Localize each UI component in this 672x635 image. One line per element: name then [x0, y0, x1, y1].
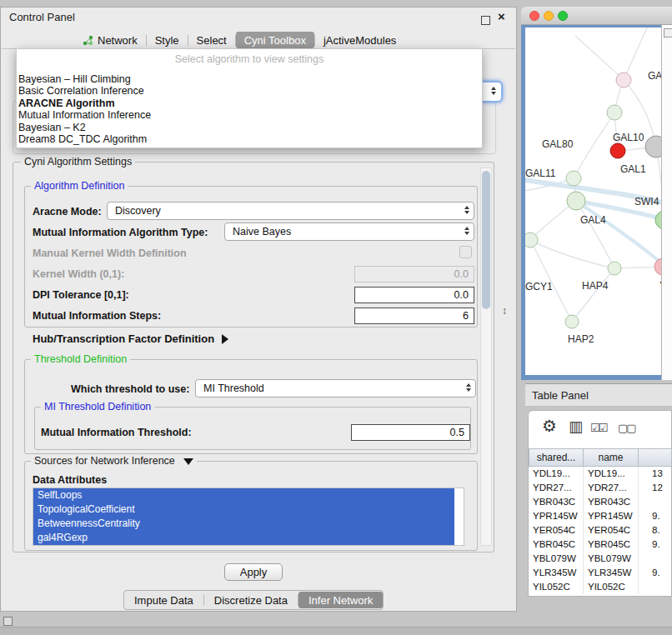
- column-header-name[interactable]: name: [584, 448, 639, 467]
- table-row[interactable]: YBR043C YBR043C: [529, 495, 672, 509]
- combo-arrows-icon: [464, 227, 469, 235]
- show-columns-icon[interactable]: ☑☑: [590, 422, 606, 434]
- cell: 9.: [639, 566, 672, 580]
- column-header-shared-name[interactable]: shared...: [529, 448, 584, 467]
- cell: YDL19...: [584, 467, 639, 481]
- table-row[interactable]: YIL052C YIL052C: [529, 580, 672, 594]
- tab-cyni-toolbox[interactable]: Cyni Toolbox: [236, 32, 314, 48]
- panel-splitter-icon[interactable]: ↕: [502, 305, 507, 317]
- cell: 8.: [639, 523, 672, 538]
- apply-button[interactable]: Apply: [224, 563, 283, 581]
- tab-jactivemodules[interactable]: jActiveModules: [315, 32, 404, 48]
- tab-style[interactable]: Style: [147, 32, 188, 48]
- algorithm-definition-title: Algorithm Definition: [31, 180, 128, 192]
- tab-network[interactable]: Network: [74, 32, 146, 48]
- network-node[interactable]: [608, 262, 621, 275]
- close-panel-icon[interactable]: ×: [498, 11, 505, 22]
- tab-select[interactable]: Select: [188, 32, 235, 48]
- cell: YDR27...: [584, 481, 639, 495]
- tab-label: Cyni Toolbox: [244, 34, 306, 47]
- network-window-titlebar[interactable]: [521, 7, 672, 25]
- table-row[interactable]: YLR345W YLR345W 9.: [529, 566, 672, 580]
- table-row[interactable]: YDL19... YDL19... 13: [529, 467, 672, 481]
- hide-columns-icon[interactable]: ▢▢: [618, 422, 635, 434]
- collapsed-panel-icon[interactable]: [3, 617, 13, 626]
- dpi-tolerance-field[interactable]: 0.0: [354, 287, 474, 303]
- hub-section-toggle[interactable]: Hub/Transcription Factor Definition: [33, 332, 228, 345]
- algorithm-option-selected[interactable]: ARACNE Algorithm: [17, 98, 482, 109]
- algorithm-option[interactable]: Dream8 DC_TDC Algorithm: [17, 133, 482, 145]
- cell: YLR345W: [584, 566, 639, 580]
- manual-kernel-checkbox[interactable]: [459, 246, 472, 258]
- aracne-mode-select[interactable]: Discovery: [107, 202, 474, 220]
- kernel-width-field[interactable]: 0.0: [354, 266, 474, 282]
- traffic-light-zoom[interactable]: [558, 11, 568, 21]
- tab-label: jActiveModules: [323, 34, 396, 47]
- table-row[interactable]: YER054C YER054C 8.: [529, 523, 672, 538]
- sources-section-toggle[interactable]: Sources for Network Inference: [31, 455, 197, 467]
- control-panel-tabs: Network Style Select Cyni Toolbox jActiv…: [74, 31, 404, 49]
- network-corner-button[interactable]: [664, 28, 672, 38]
- app-bottom-edge: [0, 627, 672, 635]
- network-node[interactable]: [567, 192, 585, 210]
- cell: 12: [639, 481, 672, 495]
- cell: YBL079W: [529, 552, 584, 566]
- attribute-item-selected[interactable]: SelfLoops: [33, 488, 454, 502]
- algorithm-option[interactable]: Bayesian – K2: [17, 122, 482, 133]
- mi-algorithm-type-value: Naive Bayes: [233, 226, 291, 238]
- network-scrollbar-strip[interactable]: [661, 25, 672, 380]
- node-label: GAL1: [620, 163, 646, 175]
- network-node[interactable]: [566, 171, 581, 186]
- algorithm-option[interactable]: Basic Correlation Inference: [17, 85, 482, 97]
- cell: YBR043C: [584, 495, 639, 509]
- cell: YBR045C: [529, 538, 584, 552]
- network-view-window: GAL GAL80 GAL10 GAL11 GAL1 SWI4 GAL4 GCY…: [521, 7, 672, 380]
- node-label: GAL80: [542, 138, 574, 150]
- mi-threshold-group-title: MI Threshold Definition: [41, 401, 154, 412]
- cell: YPR145W: [529, 509, 584, 523]
- table-row[interactable]: YBR045C YBR045C 9.: [529, 538, 672, 552]
- kernel-width-value: 0.0: [454, 268, 469, 280]
- network-node[interactable]: [565, 315, 579, 328]
- which-threshold-select[interactable]: MI Threshold: [195, 379, 476, 398]
- mi-algorithm-type-select[interactable]: Naive Bayes: [224, 222, 474, 241]
- mi-threshold-field[interactable]: 0.5: [351, 424, 470, 441]
- network-node-selected[interactable]: [610, 143, 625, 158]
- tab-infer-network[interactable]: Infer Network: [298, 592, 383, 608]
- gear-icon[interactable]: ⚙: [542, 416, 557, 436]
- tab-impute-data[interactable]: Impute Data: [124, 592, 203, 608]
- mi-steps-field[interactable]: 6: [354, 308, 474, 324]
- table-row[interactable]: YDR27... YDR27... 12: [529, 481, 672, 495]
- column-header-partial[interactable]: [639, 448, 672, 467]
- attribute-item-selected[interactable]: BetweennessCentrality: [33, 517, 454, 531]
- manual-kernel-label: Manual Kernel Width Definition: [33, 248, 187, 259]
- threshold-definition-title: Threshold Definition: [31, 353, 130, 365]
- expanded-arrow-icon: [183, 458, 193, 465]
- algorithm-list: Bayesian – Hill Climbing Basic Correlati…: [17, 73, 482, 145]
- tab-discretize-data[interactable]: Discretize Data: [204, 592, 298, 608]
- table-row[interactable]: YBL079W YBL079W: [529, 552, 672, 566]
- table-row[interactable]: YPR145W YPR145W 9.: [529, 509, 672, 523]
- float-panel-icon[interactable]: [481, 13, 490, 28]
- tab-label: Network: [98, 34, 138, 47]
- hub-section-label: Hub/Transcription Factor Definition: [33, 332, 214, 345]
- network-node[interactable]: [654, 258, 661, 275]
- network-node[interactable]: [607, 105, 622, 120]
- network-node[interactable]: [655, 211, 661, 229]
- network-node[interactable]: [645, 136, 661, 158]
- cell: YDL19...: [529, 467, 584, 481]
- algorithm-dropdown-popup: Select algorithm to view settings Bayesi…: [16, 48, 483, 148]
- traffic-light-minimize[interactable]: [544, 11, 554, 21]
- columns-icon[interactable]: ▥: [569, 418, 583, 436]
- attribute-item-selected[interactable]: gal4RGexp: [33, 531, 454, 545]
- network-canvas[interactable]: GAL GAL80 GAL10 GAL11 GAL1 SWI4 GAL4 GCY…: [525, 28, 661, 375]
- settings-scrollbar-thumb[interactable]: [482, 171, 490, 309]
- traffic-light-close[interactable]: [529, 11, 539, 21]
- attribute-item-selected[interactable]: TopologicalCoefficient: [33, 502, 454, 517]
- algorithm-option[interactable]: Bayesian – Hill Climbing: [17, 73, 482, 85]
- network-node[interactable]: [525, 232, 538, 248]
- cell: [639, 552, 672, 566]
- algorithm-option[interactable]: Mutual Information Inference: [17, 109, 482, 121]
- network-node[interactable]: [616, 72, 631, 88]
- node-label: GAL4: [580, 214, 606, 226]
